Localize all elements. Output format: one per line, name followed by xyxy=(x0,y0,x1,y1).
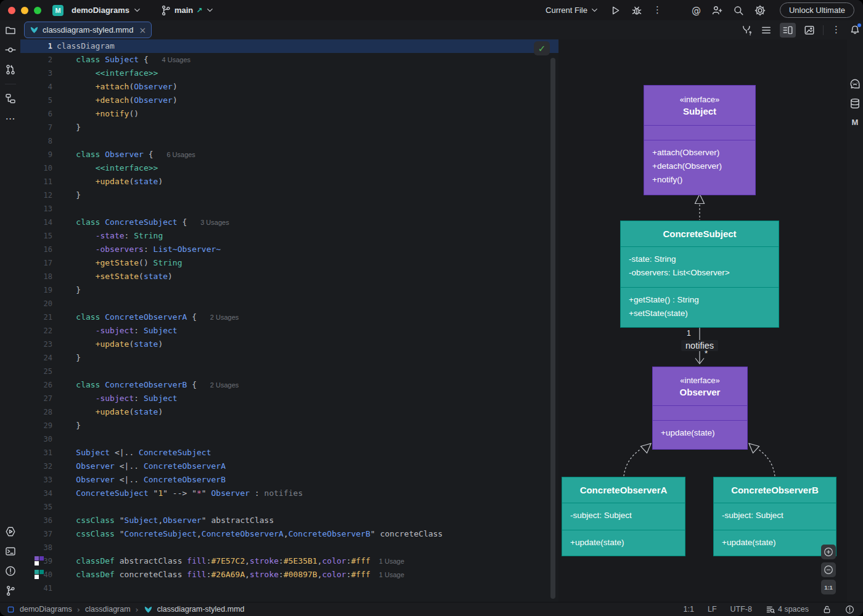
code-line-21[interactable]: 21 class ConcreteObserverA { 2 Usages xyxy=(20,310,558,324)
run-configuration-select[interactable]: Current File xyxy=(546,6,599,15)
caret-position-widget[interactable]: 1:1 xyxy=(684,605,694,614)
run-button[interactable] xyxy=(610,5,621,16)
code-line-34[interactable]: 34 ConcreteSubject "1" --> "*" Observer … xyxy=(20,487,558,500)
problems-icon[interactable] xyxy=(5,565,16,577)
mermaid-help-icon[interactable] xyxy=(742,25,753,36)
code-line-38[interactable]: 38 xyxy=(20,541,558,554)
tab-classdiagram-styled[interactable]: classdiagram-styled.mmd × xyxy=(24,22,152,38)
code-line-29[interactable]: 29 } xyxy=(20,419,558,432)
uml-class-ConcreteObserverB[interactable]: ConcreteObserverB-subject: Subject+updat… xyxy=(713,477,836,556)
code-line-2[interactable]: 2 class Subject { 4 Usages xyxy=(20,53,558,67)
notifications-button[interactable] xyxy=(849,24,861,38)
zoom-out-button[interactable] xyxy=(821,562,836,577)
code-line-15[interactable]: 15 -state: String xyxy=(20,229,558,243)
editor-options-button[interactable]: ⋮ xyxy=(832,25,841,34)
inspection-widget-icon[interactable] xyxy=(845,605,854,614)
pull-requests-icon[interactable] xyxy=(5,64,16,75)
writable-lock-icon[interactable] xyxy=(822,605,832,614)
code-line-6[interactable]: 6 +notify() xyxy=(20,107,558,121)
code-line-28[interactable]: 28 +update(state) xyxy=(20,405,558,419)
close-window-button[interactable] xyxy=(8,7,15,14)
debug-button[interactable] xyxy=(631,5,642,16)
code-line-8[interactable]: 8 xyxy=(20,134,558,148)
run-tool-icon[interactable] xyxy=(5,526,16,537)
code-line-37[interactable]: 37 cssClass "ConcreteSubject,ConcreteObs… xyxy=(20,527,558,541)
add-user-button[interactable] xyxy=(711,5,722,16)
settings-gear-button[interactable] xyxy=(755,5,766,16)
code-line-39[interactable]: 39 classDef abstractClass fill:#7E57C2,s… xyxy=(20,554,558,568)
code-line-26[interactable]: 26 class ConcreteObserverB { 2 Usages xyxy=(20,378,558,392)
commit-icon[interactable] xyxy=(5,44,16,55)
zoom-reset-button[interactable]: 1:1 xyxy=(821,580,836,594)
split-editor-preview-button[interactable] xyxy=(780,23,796,38)
code-line-5[interactable]: 5 +detach(Observer) xyxy=(20,94,558,107)
code-line-7[interactable]: 7 } xyxy=(20,121,558,134)
terminal-icon[interactable] xyxy=(5,546,16,557)
code-editor[interactable]: 1classDiagram2 class Subject { 4 Usages3… xyxy=(20,39,558,602)
code-line-13[interactable]: 13 xyxy=(20,202,558,216)
usages-hint[interactable]: 3 Usages xyxy=(200,219,229,226)
code-line-32[interactable]: 32 Observer <|.. ConcreteObserverA xyxy=(20,460,558,473)
branch-widget[interactable]: main ↗ xyxy=(160,5,215,16)
ai-assistant-button[interactable]: @ xyxy=(692,5,701,16)
maximize-window-button[interactable] xyxy=(34,7,41,14)
indent-widget[interactable]: 4 spaces xyxy=(766,605,809,614)
structure-icon[interactable] xyxy=(5,93,16,104)
code-line-25[interactable]: 25 xyxy=(20,365,558,378)
usages-hint[interactable]: 2 Usages xyxy=(210,381,239,389)
code-line-20[interactable]: 20 xyxy=(20,297,558,310)
inspections-status-ok[interactable]: ✓ xyxy=(534,41,550,55)
ai-chat-icon[interactable] xyxy=(849,78,861,89)
code-line-10[interactable]: 10 <<interface>> xyxy=(20,161,558,175)
usages-hint[interactable]: 4 Usages xyxy=(162,56,190,63)
code-line-19[interactable]: 19 } xyxy=(20,283,558,297)
code-line-24[interactable]: 24 } xyxy=(20,351,558,365)
code-line-12[interactable]: 12 } xyxy=(20,188,558,202)
code-line-14[interactable]: 14 class ConcreteSubject { 3 Usages xyxy=(20,216,558,229)
diagram-preview-pane[interactable]: «interface»Subject+attach(Observer)+deta… xyxy=(558,39,847,602)
close-tab-icon[interactable]: × xyxy=(139,25,146,35)
preview-only-view-icon[interactable] xyxy=(804,25,815,36)
code-line-36[interactable]: 36 cssClass "Subject,Observer" abstractC… xyxy=(20,514,558,527)
code-line-18[interactable]: 18 +setState(state) xyxy=(20,270,558,283)
git-tool-icon[interactable] xyxy=(5,585,16,596)
unlock-ultimate-button[interactable]: Unlock Ultimate xyxy=(780,2,854,18)
editor-scrollbar[interactable] xyxy=(550,58,555,599)
more-actions-button[interactable]: ⋮ xyxy=(653,6,662,15)
usages-hint[interactable]: 6 Usages xyxy=(166,151,195,158)
code-line-11[interactable]: 11 +update(state) xyxy=(20,175,558,188)
minimize-window-button[interactable] xyxy=(21,7,28,14)
code-line-40[interactable]: 40 classDef concreteClass fill:#26A69A,s… xyxy=(20,568,558,582)
database-icon[interactable] xyxy=(849,98,861,109)
uml-class-ConcreteSubject[interactable]: ConcreteSubject-state: String-observers:… xyxy=(620,221,779,328)
code-line-3[interactable]: 3 <<interface>> xyxy=(20,67,558,80)
mermaid-tool-icon[interactable]: M xyxy=(852,118,859,127)
editor-only-view-icon[interactable] xyxy=(761,25,772,36)
usages-hint[interactable]: 1 Usage xyxy=(379,571,404,578)
code-line-1[interactable]: 1classDiagram xyxy=(20,39,558,53)
project-folder-icon[interactable] xyxy=(5,25,16,36)
code-line-33[interactable]: 33 Observer <|.. ConcreteObserverB xyxy=(20,473,558,487)
uml-class-Observer[interactable]: «interface»Observer+update(state) xyxy=(652,367,748,450)
uml-class-ConcreteObserverA[interactable]: ConcreteObserverA-subject: Subject+updat… xyxy=(562,477,685,556)
line-ending-widget[interactable]: LF xyxy=(708,605,717,614)
code-line-27[interactable]: 27 -subject: Subject xyxy=(20,392,558,405)
usages-hint[interactable]: 1 Usage xyxy=(379,557,404,565)
color-preview-chips[interactable] xyxy=(35,556,44,566)
code-line-35[interactable]: 35 xyxy=(20,500,558,514)
zoom-in-button[interactable] xyxy=(821,545,836,559)
code-line-17[interactable]: 17 +getState() String xyxy=(20,256,558,270)
code-line-30[interactable]: 30 xyxy=(20,432,558,446)
color-preview-chips[interactable] xyxy=(35,570,44,580)
code-line-22[interactable]: 22 -subject: Subject xyxy=(20,324,558,338)
project-widget[interactable]: M demoDiagrams xyxy=(52,5,142,16)
more-tool-windows-button[interactable]: ⋯ xyxy=(6,113,15,124)
code-line-4[interactable]: 4 +attach(Observer) xyxy=(20,80,558,94)
code-line-31[interactable]: 31 Subject <|.. ConcreteSubject xyxy=(20,446,558,460)
uml-class-Subject[interactable]: «interface»Subject+attach(Observer)+deta… xyxy=(644,85,756,195)
search-button[interactable] xyxy=(733,5,744,16)
code-line-16[interactable]: 16 -observers: List~Observer~ xyxy=(20,243,558,256)
breadcrumb-project[interactable]: demoDiagrams xyxy=(20,605,72,614)
code-line-23[interactable]: 23 +update(state) xyxy=(20,338,558,351)
encoding-widget[interactable]: UTF-8 xyxy=(730,605,752,614)
